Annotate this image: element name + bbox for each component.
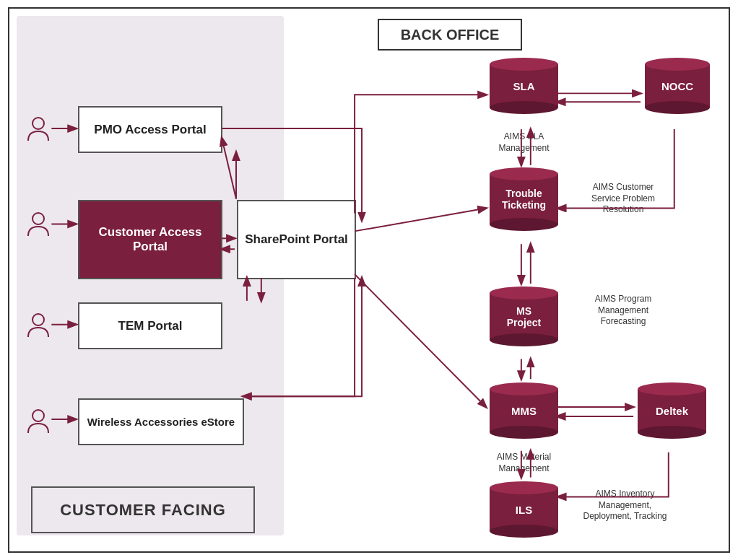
wireless-portal-box: Wireless Accessories eStore xyxy=(78,398,244,445)
user-icon-wireless xyxy=(25,408,51,434)
customer-facing-label: CUSTOMER FACING xyxy=(31,486,255,533)
deltek-cylinder: Deltek xyxy=(638,382,706,439)
aims-mms-label: AIMS MaterialManagement xyxy=(490,452,558,474)
svg-point-1 xyxy=(32,213,44,224)
diagram-container: CUSTOMER FACING BACK OFFICE PMO Access P… xyxy=(8,7,730,553)
back-office-label: BACK OFFICE xyxy=(378,19,522,51)
pmo-portal-box: PMO Access Portal xyxy=(78,106,222,153)
user-icon-cap xyxy=(25,211,51,237)
aims-ms-project-label: AIMS ProgramManagementForecasting xyxy=(573,294,674,328)
aims-sla-label: AIMS SLA Management xyxy=(490,131,558,154)
ils-cylinder: ILS xyxy=(490,481,558,538)
sharepoint-portal-box: SharePoint Portal xyxy=(237,200,356,279)
user-icon-pmo xyxy=(25,115,51,141)
user-icon-tem xyxy=(25,312,51,338)
ms-project-cylinder: MSProject xyxy=(490,286,558,346)
aims-trouble-label: AIMS CustomerService ProblemResolution xyxy=(573,182,674,216)
nocc-cylinder: NOCC xyxy=(645,58,710,114)
sla-cylinder: SLA xyxy=(490,58,558,114)
svg-point-0 xyxy=(32,118,44,129)
mms-cylinder: MMS xyxy=(490,382,558,439)
svg-point-3 xyxy=(32,410,44,421)
cap-portal-box: Customer Access Portal xyxy=(78,200,222,279)
trouble-ticketing-cylinder: TroubleTicketing xyxy=(490,167,558,231)
svg-point-2 xyxy=(32,314,44,325)
aims-ils-label: AIMS InventoryManagement,Deployment, Tra… xyxy=(573,489,677,522)
tem-portal-box: TEM Portal xyxy=(78,302,222,349)
